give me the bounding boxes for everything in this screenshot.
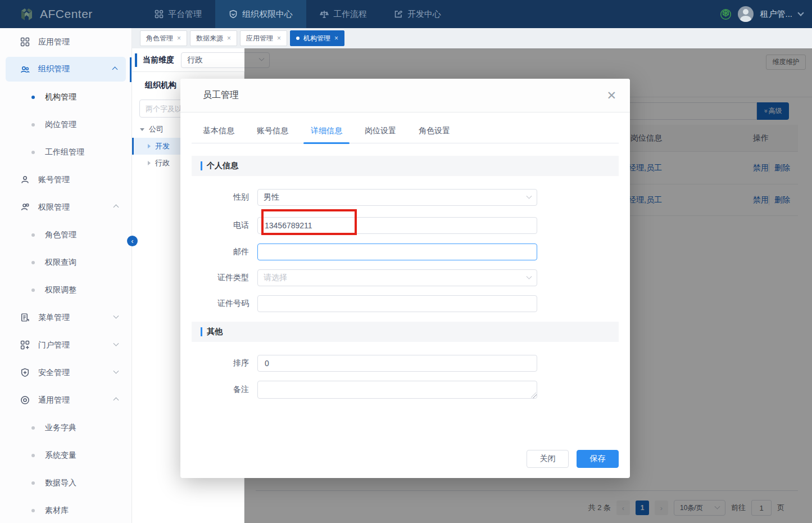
sidebar-item-permission-management[interactable]: 权限管理: [0, 193, 131, 221]
page-tab-institution-management[interactable]: 机构管理 ×: [290, 30, 344, 46]
caret-right-icon[interactable]: [148, 144, 151, 148]
sidebar-item-permission-query[interactable]: 权限查询: [0, 249, 131, 276]
sidebar-collapse-handle[interactable]: ‹: [127, 236, 138, 246]
sidebar-item-role-management[interactable]: 角色管理: [0, 221, 131, 249]
grid-icon: [155, 10, 164, 19]
modal-tab-basic-info[interactable]: 基本信息: [203, 119, 234, 143]
email-label: 邮件: [180, 247, 257, 257]
menu-platform-management[interactable]: 平台管理: [141, 0, 215, 28]
remark-row: 备注: [180, 381, 537, 399]
sidebar-item-label: 权限调整: [45, 285, 76, 295]
modal-header: 员工管理 ✕: [180, 79, 630, 112]
user-menu-chevron-down-icon[interactable]: [797, 10, 804, 16]
sidebar-item-system-variables[interactable]: 系统变量: [0, 441, 131, 469]
page-tab-app-management[interactable]: 应用管理 ×: [240, 30, 287, 46]
section-personal-info: 个人信息: [192, 156, 619, 176]
tab-label: 机构管理: [303, 34, 330, 43]
email-field[interactable]: [257, 244, 537, 260]
sidebar-item-menu-management[interactable]: 菜单管理: [0, 304, 131, 331]
user-avatar[interactable]: [738, 6, 754, 22]
bullet-dot: [31, 509, 35, 512]
sidebar-item-permission-adjust[interactable]: 权限调整: [0, 276, 131, 304]
accent-bar: [135, 53, 137, 67]
modal-footer: 关闭 保存: [527, 450, 619, 468]
sidebar-item-label: 岗位管理: [45, 120, 76, 130]
sidebar-item-label: 应用管理: [38, 37, 70, 47]
tab-label: 应用管理: [246, 34, 273, 43]
sidebar-item-portal-management[interactable]: 门户管理: [0, 331, 131, 359]
id-number-label: 证件号码: [180, 299, 257, 309]
id-type-label: 证件类型: [180, 273, 257, 283]
sidebar-item-label: 权限管理: [38, 202, 70, 213]
close-icon[interactable]: ×: [227, 35, 231, 42]
modal-title: 员工管理: [203, 89, 239, 101]
close-button[interactable]: 关闭: [527, 450, 569, 468]
phone-field[interactable]: [257, 217, 537, 234]
brand-area: AFCenter: [0, 7, 132, 22]
sidebar-item-data-import[interactable]: 数据导入: [0, 469, 131, 497]
gender-select[interactable]: 男性: [257, 189, 537, 206]
modal-tab-position-setting[interactable]: 岗位设置: [365, 119, 396, 143]
chevron-down-icon: [527, 273, 532, 279]
sort-row: 排序: [180, 355, 537, 372]
sidebar-item-common-management[interactable]: 通用管理: [0, 386, 131, 414]
modal-tab-detail-info[interactable]: 详细信息: [311, 119, 342, 143]
close-icon[interactable]: ×: [277, 35, 281, 42]
sort-field[interactable]: [257, 355, 537, 372]
accent-bar: [201, 161, 202, 170]
chevron-down-icon: [527, 193, 532, 199]
user-name[interactable]: 租户管...: [760, 9, 792, 20]
sidebar-item-security-management[interactable]: 安全管理: [0, 359, 131, 386]
bullet-dot: [31, 96, 35, 99]
sidebar-item-workgroup-management[interactable]: 工作组管理: [0, 138, 131, 166]
sidebar-item-label: 素材库: [45, 506, 69, 516]
sidebar-item-label: 机构管理: [45, 92, 76, 102]
id-type-placeholder: 请选择: [264, 273, 287, 283]
menu-dev-center[interactable]: 开发中心: [380, 0, 455, 28]
sidebar-item-material-library[interactable]: 素材库: [0, 497, 131, 523]
menu-org-permission-center[interactable]: 组织权限中心: [215, 0, 306, 28]
sidebar-item-label: 安全管理: [38, 368, 70, 378]
document-icon: [20, 313, 30, 322]
sidebar-item-label: 权限查询: [45, 258, 76, 268]
bullet-dot: [31, 288, 35, 292]
menu-workflow[interactable]: 工作流程: [306, 0, 380, 28]
caret-down-icon[interactable]: [140, 128, 144, 131]
modal-close-icon[interactable]: ✕: [606, 89, 616, 101]
people-icon: [20, 65, 30, 74]
tree-node-label: 公司: [149, 124, 164, 134]
navbar-right: 租户管...: [720, 6, 812, 22]
modal-tab-account-info[interactable]: 账号信息: [257, 119, 288, 143]
modal-tab-role-setting[interactable]: 角色设置: [419, 119, 450, 143]
section-title: 个人信息: [207, 161, 238, 171]
sidebar-item-label: 业务字典: [45, 423, 76, 433]
sidebar-item-position-management[interactable]: 岗位管理: [0, 111, 131, 138]
save-button[interactable]: 保存: [577, 450, 619, 468]
page-tabbar: 角色管理 × 数据来源 × 应用管理 × 机构管理 ×: [132, 28, 812, 48]
tab-label: 角色管理: [146, 34, 173, 43]
id-type-row: 证件类型 请选择: [180, 269, 537, 286]
remark-field[interactable]: [257, 381, 537, 399]
close-icon[interactable]: ×: [334, 35, 338, 42]
sidebar-item-org-management[interactable]: 组织管理: [6, 57, 126, 82]
id-type-select[interactable]: 请选择: [257, 269, 537, 286]
dimension-label: 当前维度: [143, 55, 174, 65]
sidebar-item-label: 通用管理: [38, 395, 70, 405]
caret-right-icon[interactable]: [148, 161, 151, 165]
sidebar-item-account-management[interactable]: 账号管理: [0, 166, 131, 193]
chatgpt-extension-icon[interactable]: [720, 8, 732, 20]
sidebar-item-business-dictionary[interactable]: 业务字典: [0, 414, 131, 441]
sidebar-item-institution-management[interactable]: 机构管理: [0, 83, 131, 111]
menu-label: 组织权限中心: [242, 9, 293, 20]
sidebar-item-app-management[interactable]: 应用管理: [0, 28, 131, 56]
tree-node-label: 开发: [155, 141, 170, 151]
id-number-field[interactable]: [257, 295, 537, 312]
chevron-up-icon: [114, 398, 119, 403]
badge-icon: [229, 10, 238, 19]
page-tab-role-management[interactable]: 角色管理 ×: [140, 30, 187, 46]
close-icon[interactable]: ×: [177, 35, 181, 42]
page-tab-data-source[interactable]: 数据来源 ×: [190, 30, 237, 46]
sidebar-item-label: 工作组管理: [45, 147, 84, 157]
top-menu: 平台管理 组织权限中心 工作流程 开发中心: [141, 0, 455, 28]
dimension-select-value: 行政: [187, 55, 203, 65]
